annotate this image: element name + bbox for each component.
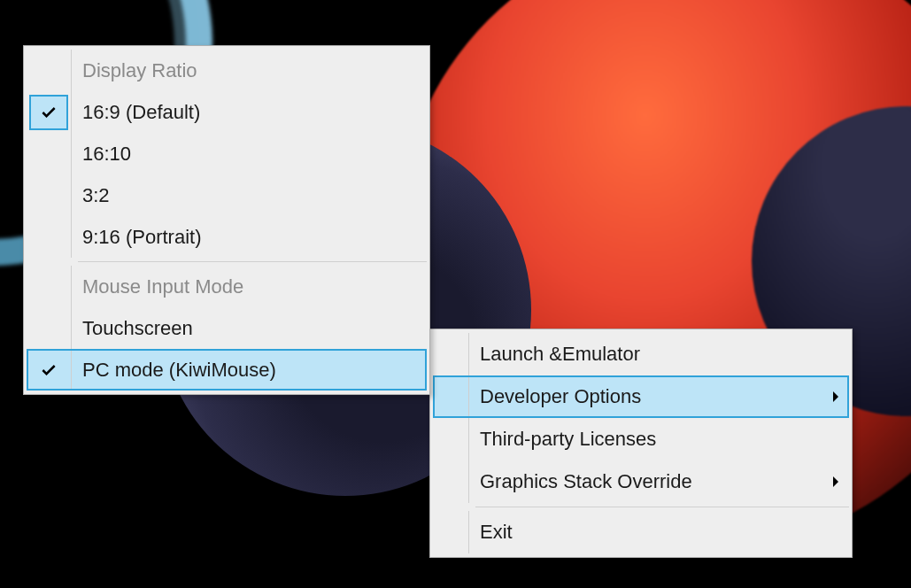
- context-menu: Launch &Emulator Developer Options Third…: [429, 329, 853, 558]
- menu-item-label: 16:10: [72, 143, 427, 166]
- menu-item-16-10[interactable]: 16:10: [27, 133, 427, 174]
- section-header-label: Mouse Input Mode: [72, 275, 427, 298]
- menu-item-label: Developer Options: [469, 385, 822, 408]
- menu-item-label: Third-party Licenses: [469, 428, 822, 451]
- menu-item-3-2[interactable]: 3:2: [27, 174, 427, 216]
- menu-item-developer-options[interactable]: Developer Options: [433, 375, 849, 418]
- section-header-mouse-input: Mouse Input Mode: [27, 266, 427, 307]
- menu-item-label: 3:2: [72, 184, 427, 207]
- menu-item-pc-mode[interactable]: PC mode (KiwiMouse): [27, 349, 427, 391]
- menu-divider: [475, 507, 849, 507]
- menu-item-third-party-licenses[interactable]: Third-party Licenses: [433, 418, 849, 460]
- menu-item-label: Graphics Stack Override: [469, 470, 822, 493]
- menu-item-label: Launch &Emulator: [469, 343, 822, 366]
- check-icon: [40, 104, 58, 121]
- menu-item-touchscreen[interactable]: Touchscreen: [27, 307, 427, 349]
- menu-item-label: 16:9 (Default): [72, 101, 427, 124]
- menu-divider: [78, 261, 427, 262]
- menu-item-label: Exit: [469, 521, 822, 544]
- submenu-arrow-icon: [831, 391, 840, 403]
- menu-item-16-9[interactable]: 16:9 (Default): [27, 91, 427, 133]
- menu-item-9-16-portrait[interactable]: 9:16 (Portrait): [27, 216, 427, 258]
- check-icon: [40, 361, 58, 379]
- submenu-arrow-icon: [831, 476, 840, 488]
- menu-item-exit[interactable]: Exit: [433, 511, 849, 553]
- developer-options-submenu: Display Ratio 16:9 (Default) 16:10 3:2 9…: [23, 45, 430, 395]
- section-header-display-ratio: Display Ratio: [27, 50, 427, 91]
- menu-item-graphics-stack-override[interactable]: Graphics Stack Override: [433, 460, 849, 503]
- menu-item-label: 9:16 (Portrait): [72, 226, 427, 249]
- section-header-label: Display Ratio: [72, 59, 427, 82]
- menu-item-label: Touchscreen: [72, 317, 427, 340]
- menu-item-launch-emulator[interactable]: Launch &Emulator: [433, 333, 849, 375]
- menu-item-label: PC mode (KiwiMouse): [72, 359, 427, 382]
